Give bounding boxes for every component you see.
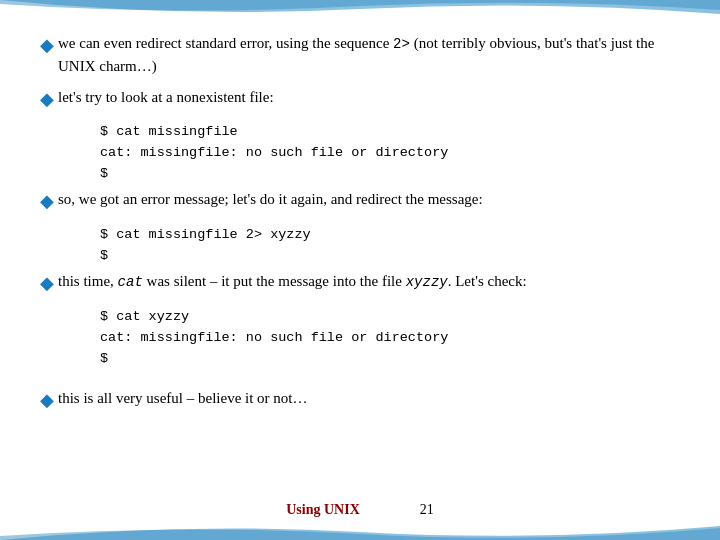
- deco-bottom: [0, 522, 720, 540]
- code-line: $: [100, 164, 680, 185]
- code-line: $ cat missingfile: [100, 122, 680, 143]
- bullet-4: ◆ this time, cat was silent – it put the…: [40, 270, 680, 296]
- bullet-text-3: so, we got an error message; let's do it…: [58, 188, 680, 211]
- code-line: $: [100, 349, 680, 370]
- bullet-text-1: we can even redirect standard error, usi…: [58, 32, 680, 78]
- bullet-5: ◆ this is all very useful – believe it o…: [40, 387, 680, 413]
- deco-top: [0, 0, 720, 18]
- bullet-icon-5: ◆: [40, 388, 54, 413]
- footer-page: 21: [420, 502, 434, 518]
- bullet-text-5: this is all very useful – believe it or …: [58, 387, 680, 410]
- code-line: cat: missingfile: no such file or direct…: [100, 328, 680, 349]
- bullet-icon-2: ◆: [40, 87, 54, 112]
- footer-title: Using UNIX: [286, 502, 360, 518]
- code-line: $ cat missingfile 2> xyzzy: [100, 225, 680, 246]
- spacer: [40, 373, 680, 387]
- bullet-icon-3: ◆: [40, 189, 54, 214]
- bullet-icon-4: ◆: [40, 271, 54, 296]
- slide: ◆ we can even redirect standard error, u…: [0, 0, 720, 540]
- code-block-3: $ cat xyzzy cat: missingfile: no such fi…: [100, 307, 680, 370]
- bullet-2: ◆ let's try to look at a nonexistent fil…: [40, 86, 680, 112]
- code-2redirect: 2>: [393, 36, 410, 52]
- code-line: $ cat xyzzy: [100, 307, 680, 328]
- footer: Using UNIX 21: [0, 502, 720, 518]
- code-cat-inline: cat: [118, 274, 143, 290]
- bullet-text-2: let's try to look at a nonexistent file:: [58, 86, 680, 109]
- content: ◆ we can even redirect standard error, u…: [40, 32, 680, 414]
- bullet-1: ◆ we can even redirect standard error, u…: [40, 32, 680, 78]
- code-block-1: $ cat missingfile cat: missingfile: no s…: [100, 122, 680, 185]
- bullet-icon-1: ◆: [40, 33, 54, 58]
- code-xyzzy-inline: xyzzy: [406, 274, 448, 290]
- code-line: cat: missingfile: no such file or direct…: [100, 143, 680, 164]
- bullet-3: ◆ so, we got an error message; let's do …: [40, 188, 680, 214]
- code-block-2: $ cat missingfile 2> xyzzy $: [100, 225, 680, 267]
- bullet-text-4: this time, cat was silent – it put the m…: [58, 270, 680, 293]
- code-line: $: [100, 246, 680, 267]
